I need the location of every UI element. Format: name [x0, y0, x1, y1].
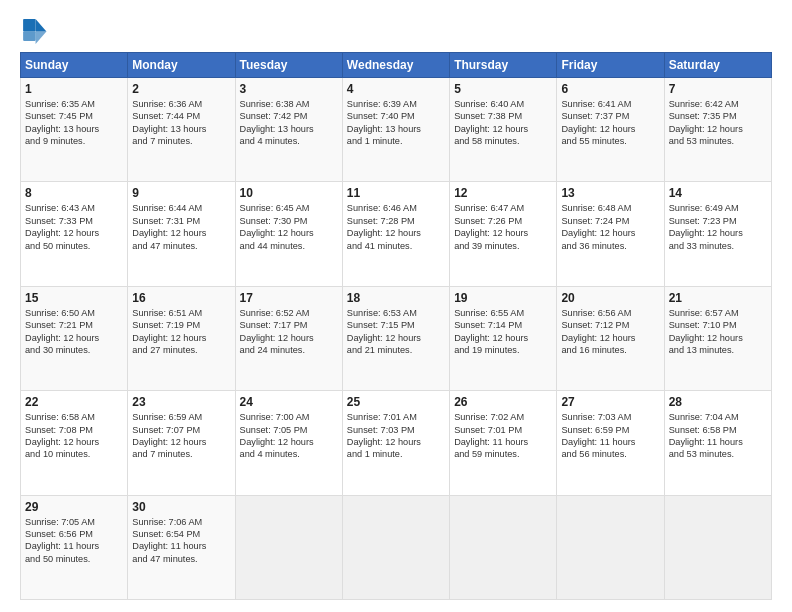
- day-number: 20: [561, 291, 659, 305]
- day-number: 1: [25, 82, 123, 96]
- calendar-cell: 1Sunrise: 6:35 AMSunset: 7:45 PMDaylight…: [21, 78, 128, 182]
- logo-icon: [20, 16, 48, 44]
- calendar-cell: 3Sunrise: 6:38 AMSunset: 7:42 PMDaylight…: [235, 78, 342, 182]
- calendar-week-row: 22Sunrise: 6:58 AMSunset: 7:08 PMDayligh…: [21, 391, 772, 495]
- calendar-cell: 16Sunrise: 6:51 AMSunset: 7:19 PMDayligh…: [128, 286, 235, 390]
- day-cell-content: Sunrise: 6:47 AMSunset: 7:26 PMDaylight:…: [454, 202, 552, 252]
- day-number: 23: [132, 395, 230, 409]
- calendar-cell: 2Sunrise: 6:36 AMSunset: 7:44 PMDaylight…: [128, 78, 235, 182]
- weekday-header: Wednesday: [342, 53, 449, 78]
- day-cell-content: Sunrise: 6:43 AMSunset: 7:33 PMDaylight:…: [25, 202, 123, 252]
- day-cell-content: Sunrise: 6:35 AMSunset: 7:45 PMDaylight:…: [25, 98, 123, 148]
- weekday-header: Monday: [128, 53, 235, 78]
- day-number: 29: [25, 500, 123, 514]
- calendar-cell: 19Sunrise: 6:55 AMSunset: 7:14 PMDayligh…: [450, 286, 557, 390]
- calendar-week-row: 29Sunrise: 7:05 AMSunset: 6:56 PMDayligh…: [21, 495, 772, 599]
- day-cell-content: Sunrise: 7:00 AMSunset: 7:05 PMDaylight:…: [240, 411, 338, 461]
- calendar-cell: 26Sunrise: 7:02 AMSunset: 7:01 PMDayligh…: [450, 391, 557, 495]
- day-cell-content: Sunrise: 6:59 AMSunset: 7:07 PMDaylight:…: [132, 411, 230, 461]
- day-number: 26: [454, 395, 552, 409]
- page: SundayMondayTuesdayWednesdayThursdayFrid…: [0, 0, 792, 612]
- day-cell-content: Sunrise: 7:05 AMSunset: 6:56 PMDaylight:…: [25, 516, 123, 566]
- day-cell-content: Sunrise: 6:44 AMSunset: 7:31 PMDaylight:…: [132, 202, 230, 252]
- calendar-cell: [557, 495, 664, 599]
- calendar-cell: 28Sunrise: 7:04 AMSunset: 6:58 PMDayligh…: [664, 391, 771, 495]
- calendar-cell: 27Sunrise: 7:03 AMSunset: 6:59 PMDayligh…: [557, 391, 664, 495]
- calendar-cell: 17Sunrise: 6:52 AMSunset: 7:17 PMDayligh…: [235, 286, 342, 390]
- day-cell-content: Sunrise: 6:38 AMSunset: 7:42 PMDaylight:…: [240, 98, 338, 148]
- calendar-week-row: 1Sunrise: 6:35 AMSunset: 7:45 PMDaylight…: [21, 78, 772, 182]
- day-cell-content: Sunrise: 6:57 AMSunset: 7:10 PMDaylight:…: [669, 307, 767, 357]
- calendar-cell: 30Sunrise: 7:06 AMSunset: 6:54 PMDayligh…: [128, 495, 235, 599]
- day-cell-content: Sunrise: 7:02 AMSunset: 7:01 PMDaylight:…: [454, 411, 552, 461]
- day-number: 6: [561, 82, 659, 96]
- calendar-cell: 8Sunrise: 6:43 AMSunset: 7:33 PMDaylight…: [21, 182, 128, 286]
- day-cell-content: Sunrise: 6:51 AMSunset: 7:19 PMDaylight:…: [132, 307, 230, 357]
- day-number: 15: [25, 291, 123, 305]
- day-cell-content: Sunrise: 6:39 AMSunset: 7:40 PMDaylight:…: [347, 98, 445, 148]
- calendar-cell: 18Sunrise: 6:53 AMSunset: 7:15 PMDayligh…: [342, 286, 449, 390]
- calendar-cell: [664, 495, 771, 599]
- calendar-cell: 13Sunrise: 6:48 AMSunset: 7:24 PMDayligh…: [557, 182, 664, 286]
- calendar-cell: [235, 495, 342, 599]
- svg-rect-2: [23, 19, 35, 31]
- day-cell-content: Sunrise: 6:46 AMSunset: 7:28 PMDaylight:…: [347, 202, 445, 252]
- calendar-table: SundayMondayTuesdayWednesdayThursdayFrid…: [20, 52, 772, 600]
- day-number: 13: [561, 186, 659, 200]
- day-number: 7: [669, 82, 767, 96]
- calendar-cell: 11Sunrise: 6:46 AMSunset: 7:28 PMDayligh…: [342, 182, 449, 286]
- calendar-cell: 21Sunrise: 6:57 AMSunset: 7:10 PMDayligh…: [664, 286, 771, 390]
- day-number: 25: [347, 395, 445, 409]
- calendar-cell: 12Sunrise: 6:47 AMSunset: 7:26 PMDayligh…: [450, 182, 557, 286]
- day-cell-content: Sunrise: 6:52 AMSunset: 7:17 PMDaylight:…: [240, 307, 338, 357]
- day-cell-content: Sunrise: 6:55 AMSunset: 7:14 PMDaylight:…: [454, 307, 552, 357]
- day-number: 5: [454, 82, 552, 96]
- day-cell-content: Sunrise: 6:48 AMSunset: 7:24 PMDaylight:…: [561, 202, 659, 252]
- calendar-cell: 22Sunrise: 6:58 AMSunset: 7:08 PMDayligh…: [21, 391, 128, 495]
- logo: [20, 16, 52, 44]
- weekday-header: Friday: [557, 53, 664, 78]
- weekday-header: Tuesday: [235, 53, 342, 78]
- day-number: 3: [240, 82, 338, 96]
- calendar-cell: 6Sunrise: 6:41 AMSunset: 7:37 PMDaylight…: [557, 78, 664, 182]
- day-cell-content: Sunrise: 7:03 AMSunset: 6:59 PMDaylight:…: [561, 411, 659, 461]
- day-number: 30: [132, 500, 230, 514]
- header: [20, 16, 772, 44]
- calendar-week-row: 8Sunrise: 6:43 AMSunset: 7:33 PMDaylight…: [21, 182, 772, 286]
- calendar-week-row: 15Sunrise: 6:50 AMSunset: 7:21 PMDayligh…: [21, 286, 772, 390]
- calendar-cell: 9Sunrise: 6:44 AMSunset: 7:31 PMDaylight…: [128, 182, 235, 286]
- svg-marker-0: [36, 19, 47, 31]
- weekday-header: Saturday: [664, 53, 771, 78]
- day-number: 19: [454, 291, 552, 305]
- day-number: 28: [669, 395, 767, 409]
- calendar-cell: [342, 495, 449, 599]
- day-cell-content: Sunrise: 6:42 AMSunset: 7:35 PMDaylight:…: [669, 98, 767, 148]
- day-number: 4: [347, 82, 445, 96]
- day-cell-content: Sunrise: 6:49 AMSunset: 7:23 PMDaylight:…: [669, 202, 767, 252]
- calendar-cell: [450, 495, 557, 599]
- day-cell-content: Sunrise: 6:50 AMSunset: 7:21 PMDaylight:…: [25, 307, 123, 357]
- day-number: 22: [25, 395, 123, 409]
- calendar-cell: 14Sunrise: 6:49 AMSunset: 7:23 PMDayligh…: [664, 182, 771, 286]
- day-number: 11: [347, 186, 445, 200]
- day-cell-content: Sunrise: 6:40 AMSunset: 7:38 PMDaylight:…: [454, 98, 552, 148]
- day-cell-content: Sunrise: 6:45 AMSunset: 7:30 PMDaylight:…: [240, 202, 338, 252]
- weekday-header: Thursday: [450, 53, 557, 78]
- day-cell-content: Sunrise: 7:04 AMSunset: 6:58 PMDaylight:…: [669, 411, 767, 461]
- day-cell-content: Sunrise: 6:36 AMSunset: 7:44 PMDaylight:…: [132, 98, 230, 148]
- day-number: 24: [240, 395, 338, 409]
- svg-rect-3: [23, 32, 35, 41]
- day-number: 27: [561, 395, 659, 409]
- calendar-cell: 7Sunrise: 6:42 AMSunset: 7:35 PMDaylight…: [664, 78, 771, 182]
- calendar-cell: 4Sunrise: 6:39 AMSunset: 7:40 PMDaylight…: [342, 78, 449, 182]
- day-number: 10: [240, 186, 338, 200]
- calendar-cell: 15Sunrise: 6:50 AMSunset: 7:21 PMDayligh…: [21, 286, 128, 390]
- day-number: 14: [669, 186, 767, 200]
- calendar-cell: 20Sunrise: 6:56 AMSunset: 7:12 PMDayligh…: [557, 286, 664, 390]
- day-cell-content: Sunrise: 6:41 AMSunset: 7:37 PMDaylight:…: [561, 98, 659, 148]
- day-cell-content: Sunrise: 6:56 AMSunset: 7:12 PMDaylight:…: [561, 307, 659, 357]
- weekday-header-row: SundayMondayTuesdayWednesdayThursdayFrid…: [21, 53, 772, 78]
- day-number: 21: [669, 291, 767, 305]
- day-cell-content: Sunrise: 6:58 AMSunset: 7:08 PMDaylight:…: [25, 411, 123, 461]
- day-number: 12: [454, 186, 552, 200]
